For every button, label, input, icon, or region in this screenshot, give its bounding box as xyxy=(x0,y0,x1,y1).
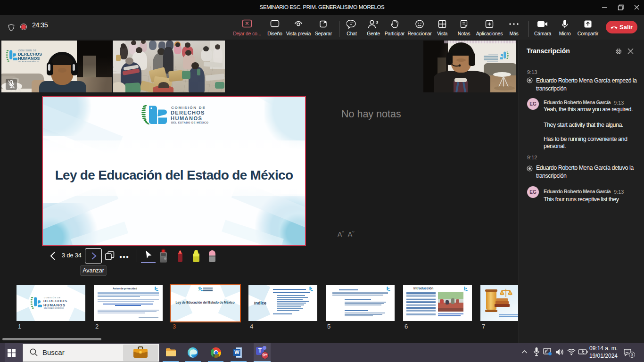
svg-text:3: 3 xyxy=(376,20,378,25)
